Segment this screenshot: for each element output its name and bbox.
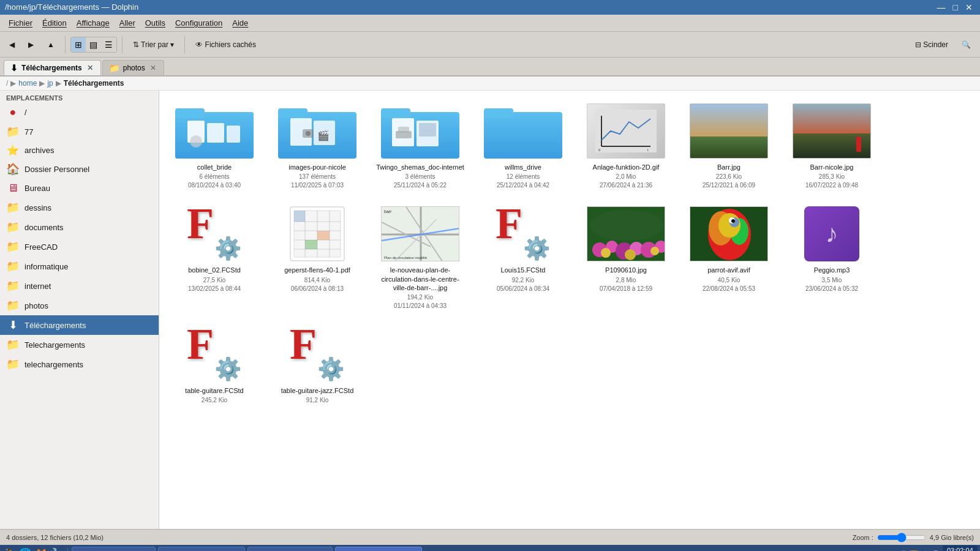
taskbar-launcher-penguin[interactable]: 🐧 [2,547,16,551]
file-meta-bobine: 27,5 Kio13/02/2025 à 08:44 [188,276,241,293]
file-meta-barr: 223,6 Kio25/12/2021 à 06:09 [703,173,755,190]
svg-point-58 [650,247,659,255]
file-item-barr[interactable]: Barr.jpg 223,6 Kio25/12/2021 à 06:09 [680,97,778,195]
svg-rect-19 [398,127,409,133]
file-item-parrot[interactable]: parrot-avif.avif 40,5 Kio22/08/2024 à 05… [680,200,778,315]
sidebar-telechargements-label: Téléchargements [24,321,153,330]
file-thumb-louis15: F ⚙️ [484,204,562,263]
sidebar-item-telechargements2[interactable]: 📁 Telechargements [0,335,159,354]
taskbar-window-dolphin1[interactable]: 📁 /home/jp/Télécharge... [158,547,244,551]
zoom-control: Zoom : 4,9 Gio libre(s) [853,533,974,542]
file-meta-twingo: 3 éléments25/11/2024 à 05:22 [394,173,447,190]
file-item-barr-nicole[interactable]: Barr-nicole.jpg 285,3 Kio16/07/2022 à 09… [783,97,881,195]
sidebar-item-archives[interactable]: ⭐ archives [0,141,159,159]
tab-photos-close[interactable]: ✕ [149,64,157,72]
file-item-bobine[interactable]: F ⚙️ bobine_02.FCStd 27,5 Kio13/02/2025 … [165,200,263,315]
file-meta-willms-drive: 12 éléments25/12/2024 à 04:42 [497,173,549,190]
sidebar-dossier-personnel-label: Dossier Personnel [24,165,153,174]
svg-text:Plan de circulation modifié: Plan de circulation modifié [384,256,428,260]
taskbar-launcher-firefox[interactable]: 🦊 [34,547,48,551]
menu-edition[interactable]: Édition [37,17,72,29]
taskbar-clock: 03:02:04 lun.17/02 [943,545,978,551]
forward-button[interactable]: ▶ [23,37,39,52]
sidebar-item-bureau[interactable]: 🖥 Bureau [0,179,159,198]
taskbar: 🐧 🌐 🦊 🔧 🖼 No se abren imagen... 📁 /home/… [0,545,980,551]
svg-point-60 [590,210,663,241]
minimize-button[interactable]: — [935,2,948,12]
file-meta-peggio: 3,5 Mio23/06/2024 à 05:32 [805,276,858,293]
file-item-images-pour-nicole[interactable]: 🎬 images-pour-nicole 137 éléments11/02/2… [268,97,366,195]
sidebar-bureau-label: Bureau [24,184,153,193]
sidebar-item-internet[interactable]: 📁 internet [0,276,159,296]
breadcrumb-jp[interactable]: jp [47,79,53,88]
svg-point-68 [731,219,735,223]
main-area: Emplacements ● / 📁 77 ⭐ archives 🏠 Dossi… [0,91,980,529]
titlebar: /home/jp/Téléchargements — Dolphin — □ ✕ [0,0,980,15]
view-compact-button[interactable]: ▤ [86,37,101,52]
menu-configuration[interactable]: Configuration [170,17,227,29]
file-item-anlage[interactable]: 0 t Anlage-funktion-2D.gif 2,0 Mio27/06/… [577,97,675,195]
menu-aide[interactable]: Aide [227,17,253,29]
sidebar-item-dossier-personnel[interactable]: 🏠 Dossier Personnel [0,159,159,179]
svg-point-56 [601,248,611,258]
sidebar-item-telechargements3[interactable]: 📁 telechargements [0,354,159,374]
file-thumb-table-guitare-jazz: F ⚙️ [278,325,356,384]
file-item-table-guitare[interactable]: F ⚙️ table-guitare.FCStd 245,2 Kio [165,320,263,410]
taskbar-window-dolphin2[interactable]: 📁 Téléchargements - T... [335,547,421,551]
menu-outils[interactable]: Outils [140,17,170,29]
sidebar-item-freecad[interactable]: 📁 FreeCAD [0,237,159,257]
file-thumb-geperst [278,204,356,263]
file-item-table-guitare-jazz[interactable]: F ⚙️ table-guitare-jazz.FCStd 91,2 Kio [268,320,366,410]
sidebar-item-dessins[interactable]: 📁 dessins [0,198,159,217]
sidebar-item-documents[interactable]: 📁 documents [0,217,159,237]
taskbar-launcher-browser[interactable]: 🌐 [18,547,32,551]
window-controls: — □ ✕ [935,2,975,12]
menu-affichage[interactable]: Affichage [72,17,115,29]
svg-rect-2 [175,108,205,118]
file-item-plan[interactable]: barr Plan de circulation modifié le-nouv… [371,200,469,315]
sidebar-item-informatique[interactable]: 📁 informatique [0,257,159,276]
file-item-p109[interactable]: P1090610.jpg 2,8 Mio07/04/2018 à 12:59 [577,200,675,315]
split-button[interactable]: ⊟ Scinder [910,37,954,52]
view-details-button[interactable]: ☰ [101,37,116,52]
view-icons-button[interactable]: ⊞ [71,37,86,52]
sidebar-section-emplacements: Emplacements [0,91,159,103]
taskbar-window-terminal[interactable]: 💻 Terminal - jp@jp-arti... [247,547,333,551]
taskbar-tray: 🌡 -2 °C 🔊 📶 🔒 🔋 03:02:04 lun.17/02 [872,545,978,551]
sidebar-item-telechargements[interactable]: ⬇ Téléchargements [0,315,159,335]
menu-aller[interactable]: Aller [115,17,140,29]
tab-photos[interactable]: 📁 photos ✕ [102,60,164,75]
up-button[interactable]: ▲ [42,37,60,52]
view-mode-group: ⊞ ▤ ☰ [70,37,117,53]
taskbar-window-images[interactable]: 🖼 No se abren imagen... [72,547,156,551]
sidebar-item-root[interactable]: ● / [0,103,159,122]
svg-rect-39 [305,240,317,249]
menu-fichier[interactable]: Fichier [4,17,37,29]
sidebar: Emplacements ● / 📁 77 ⭐ archives 🏠 Dossi… [0,91,159,529]
file-item-geperst[interactable]: geperst-flens-40-1.pdf 814,4 Kio06/06/20… [268,200,366,315]
svg-rect-38 [317,231,330,240]
back-button[interactable]: ◀ [4,37,20,52]
file-item-peggio[interactable]: ♪ Peggio.mp3 3,5 Mio23/06/2024 à 05:32 [783,200,881,315]
file-item-twingo[interactable]: Twingo_shemas_doc-internet 3 éléments25/… [371,97,469,195]
file-item-collet-bride[interactable]: collet_bride 6 éléments08/10/2024 à 03:4… [165,97,263,195]
sidebar-item-77[interactable]: 📁 77 [0,122,159,141]
file-meta-plan: 194,2 Kio01/11/2024 à 04:33 [394,293,447,310]
close-button[interactable]: ✕ [963,2,975,12]
file-item-willms-drive[interactable]: willms_drive 12 éléments25/12/2024 à 04:… [474,97,572,195]
hidden-files-button[interactable]: 👁 Fichiers cachés [190,37,262,52]
file-item-louis15[interactable]: F ⚙️ Louis15.FCStd 92,2 Kio05/06/2024 à … [474,200,572,315]
sort-button[interactable]: ⇅ Trier par ▾ [127,37,179,52]
sidebar-item-photos[interactable]: 📁 photos [0,296,159,315]
search-button[interactable]: 🔍 [956,37,976,52]
taskbar-launcher-tools[interactable]: 🔧 [50,547,64,551]
sidebar-dessins-icon: 📁 [6,201,20,214]
file-name-p109: P1090610.jpg [605,266,647,274]
tab-telechargements[interactable]: ⬇ Téléchargements ✕ [4,60,101,75]
file-thumb-p109 [587,204,665,263]
tab-telechargements-close[interactable]: ✕ [86,64,94,72]
breadcrumb-home[interactable]: home [18,79,37,88]
zoom-slider[interactable] [877,533,926,542]
maximize-button[interactable]: □ [951,2,960,12]
statusbar-info: 4 dossiers, 12 fichiers (10,2 Mio) [6,534,104,541]
